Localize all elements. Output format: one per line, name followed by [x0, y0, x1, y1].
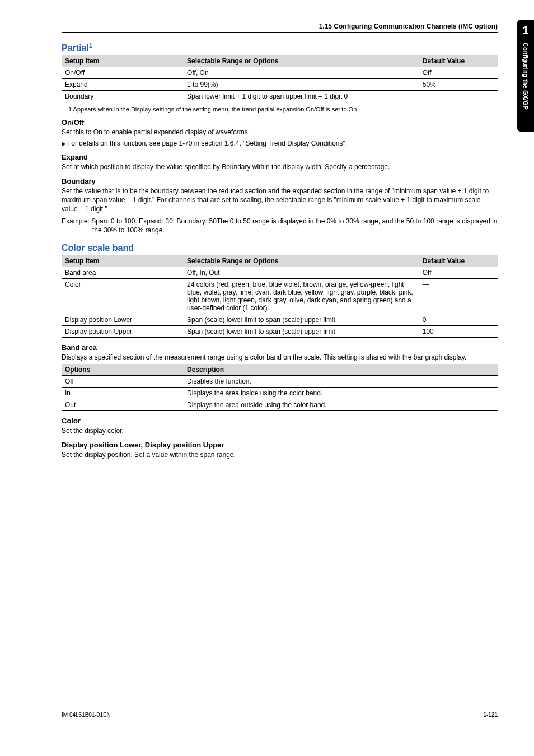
table-row: Off Disables the function.	[62, 375, 498, 387]
expand-text: Set at which position to display the val…	[62, 162, 498, 171]
disppos-text: Set the display position. Set a value wi…	[62, 450, 498, 459]
cell: Off	[419, 67, 498, 79]
disppos-heading: Display position Lower, Display position…	[62, 441, 498, 449]
cell: 50%	[419, 79, 498, 91]
footer-left: IM 04L51B01-01EN	[62, 712, 111, 718]
onoff-text: Set this to On to enable partial expande…	[62, 128, 498, 137]
partial-table: Setup Item Selectable Range or Options D…	[62, 55, 498, 102]
cell: Color	[62, 278, 184, 314]
cell: Disables the function.	[184, 375, 498, 387]
colorscale-heading: Color scale band	[62, 243, 498, 253]
color-heading: Color	[62, 417, 498, 425]
page-footer: IM 04L51B01-01EN 1-121	[62, 712, 498, 718]
cell: Boundary	[62, 91, 184, 102]
footer-right: 1-121	[483, 712, 498, 718]
table-row: In Displays the area inside using the co…	[62, 387, 498, 399]
th-options: Options	[62, 364, 184, 376]
cell: In	[62, 387, 184, 399]
partial-footnote: 1 Appears when in the Display settings o…	[76, 106, 498, 113]
cell: —	[419, 278, 498, 314]
colorscale-table: Setup Item Selectable Range or Options D…	[62, 255, 498, 338]
table-header-row: Setup Item Selectable Range or Options D…	[62, 255, 498, 267]
cell: Off, In, Out	[184, 267, 419, 278]
cell: 0	[419, 314, 498, 325]
th-default: Default Value	[419, 55, 498, 67]
table-row: On/Off Off, On Off	[62, 67, 498, 79]
partial-heading-text: Partial	[62, 43, 89, 53]
cell: Displays the area inside using the color…	[184, 387, 498, 399]
cell: 24 colors (red, green, blue, blue violet…	[184, 278, 419, 314]
table-row: Band area Off, In, Out Off	[62, 267, 498, 278]
th-options: Selectable Range or Options	[184, 55, 419, 67]
table-row: Display position Upper Span (scale) lowe…	[62, 325, 498, 337]
th-setup-item: Setup Item	[62, 55, 184, 67]
table-row: Boundary Span lower limit + 1 digit to s…	[62, 91, 498, 102]
onoff-reference: For details on this function, see page 1…	[62, 139, 498, 147]
cell: Off	[62, 375, 184, 387]
color-text: Set the display color.	[62, 426, 498, 435]
bandarea-options-table: Options Description Off Disables the fun…	[62, 364, 498, 411]
table-header-row: Options Description	[62, 364, 498, 376]
bandarea-text: Displays a specified section of the meas…	[62, 353, 498, 362]
cell: Displays the area outside using the colo…	[184, 399, 498, 410]
cell: Span lower limit + 1 digit to span upper…	[184, 91, 498, 102]
table-header-row: Setup Item Selectable Range or Options D…	[62, 55, 498, 67]
onoff-heading: On/Off	[62, 118, 498, 127]
cell: Display position Upper	[62, 325, 184, 337]
table-row: Color 24 colors (red, green, blue, blue …	[62, 278, 498, 314]
cell: Expand	[62, 79, 184, 91]
cell: Span (scale) lower limit to span (scale)…	[184, 325, 419, 337]
boundary-text: Set the value that is to be the boundary…	[62, 186, 498, 214]
th-description: Description	[184, 364, 498, 376]
bandarea-heading: Band area	[62, 343, 498, 352]
cell: On/Off	[62, 67, 184, 79]
cell: 100	[419, 325, 498, 337]
cell: Off, On	[184, 67, 419, 79]
partial-heading-sup: 1	[89, 42, 92, 49]
cell: Span (scale) lower limit to span (scale)…	[184, 314, 419, 325]
th-default: Default Value	[419, 255, 498, 267]
cell: Band area	[62, 267, 184, 278]
boundary-heading: Boundary	[62, 177, 498, 185]
partial-heading: Partial1	[62, 42, 498, 53]
cell: Out	[62, 399, 184, 410]
page-section-header: 1.15 Configuring Communication Channels …	[62, 22, 498, 33]
table-row: Out Displays the area outside using the …	[62, 399, 498, 410]
cell: Display position Lower	[62, 314, 184, 325]
cell: 1 to 99(%)	[184, 79, 419, 91]
cell: Off	[419, 267, 498, 278]
table-row: Display position Lower Span (scale) lowe…	[62, 314, 498, 325]
table-row: Expand 1 to 99(%) 50%	[62, 79, 498, 91]
th-setup-item: Setup Item	[62, 255, 184, 267]
boundary-example: Example: Span: 0 to 100. Expand: 30. Bou…	[62, 217, 498, 235]
th-options: Selectable Range or Options	[184, 255, 419, 267]
expand-heading: Expand	[62, 153, 498, 161]
